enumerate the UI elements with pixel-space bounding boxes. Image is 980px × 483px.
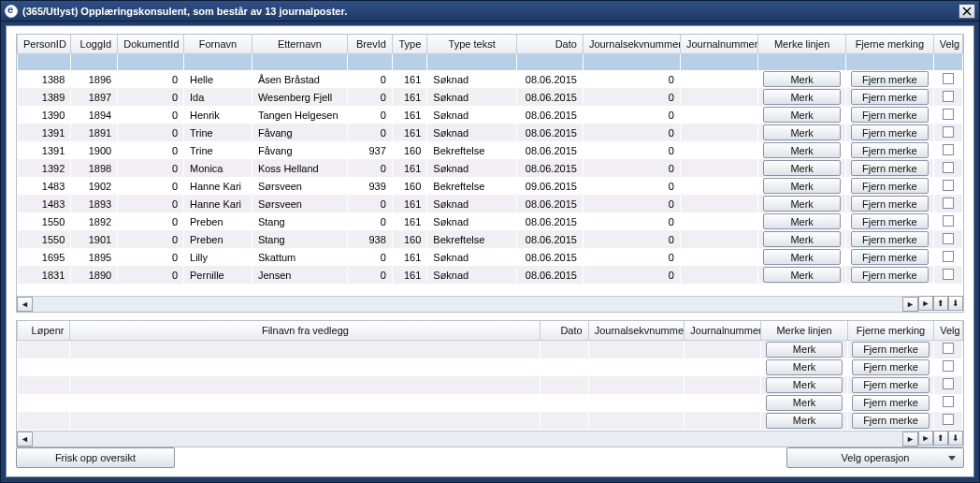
- unmark-button[interactable]: Fjern merke: [851, 249, 929, 265]
- mark-button[interactable]: Merk: [763, 213, 841, 229]
- col2-lopenr[interactable]: Løpenr: [18, 321, 70, 340]
- col-fornavn[interactable]: Fornavn: [184, 35, 252, 53]
- mark-button[interactable]: Merk: [763, 107, 841, 123]
- attachment-grid[interactable]: Løpenr Filnavn fra vedlegg Dato Journals…: [17, 321, 963, 430]
- scroll-right-icon[interactable]: ►: [902, 432, 918, 446]
- table-row[interactable]: 139018940HenrikTangen Helgesen0161Søknad…: [18, 106, 963, 124]
- unmark-button[interactable]: Fjern merke: [851, 231, 929, 247]
- unmark-button[interactable]: Fjern merke: [851, 267, 929, 283]
- table-row[interactable]: 155018920PrebenStang0161Søknad08.06.2015…: [18, 212, 963, 230]
- journal-grid[interactable]: PersonID LoggId DokumentId Fornavn Etter…: [17, 35, 963, 284]
- col-loggid[interactable]: LoggId: [71, 35, 118, 53]
- select-checkbox[interactable]: [943, 126, 954, 138]
- unmark-button[interactable]: Fjern merke: [852, 359, 929, 375]
- unmark-button[interactable]: Fjern merke: [851, 71, 929, 87]
- mark-button[interactable]: Merk: [766, 377, 843, 393]
- col-brevid[interactable]: BrevId: [347, 35, 392, 53]
- mark-button[interactable]: Merk: [766, 413, 843, 429]
- table-row[interactable]: 148319020Hanne KariSørsveen939160Bekreft…: [18, 177, 963, 195]
- scroll-left-icon[interactable]: ◄: [17, 297, 33, 312]
- col-dokumentid[interactable]: DokumentId: [118, 35, 184, 53]
- select-checkbox[interactable]: [943, 144, 954, 155]
- table-row[interactable]: 138818960HelleÅsen Bråstad0161Søknad08.0…: [18, 70, 963, 88]
- table-row[interactable]: 148318930Hanne KariSørsveen0161Søknad08.…: [18, 195, 963, 212]
- col2-merke[interactable]: Merke linjen: [761, 321, 847, 340]
- scroll-left-icon[interactable]: ◄: [17, 432, 33, 446]
- close-button[interactable]: [958, 4, 975, 19]
- table-row[interactable]: [18, 53, 963, 70]
- col-dato[interactable]: Dato: [517, 35, 584, 53]
- col-etternavn[interactable]: Etternavn: [252, 35, 347, 53]
- table-row[interactable]: 139118910TrineFåvang0161Søknad08.06.2015…: [18, 124, 963, 141]
- select-checkbox[interactable]: [943, 360, 954, 372]
- select-checkbox[interactable]: [943, 162, 954, 173]
- mark-button[interactable]: Merk: [763, 267, 841, 283]
- table-row[interactable]: MerkFjern merke: [18, 412, 963, 430]
- col2-journalsekvnummer[interactable]: Journalsekvnummer: [588, 321, 685, 340]
- grid1-up-icon[interactable]: ⬆: [933, 296, 948, 311]
- table-row[interactable]: 139218980MonicaKoss Helland0161Søknad08.…: [18, 159, 963, 177]
- mark-button[interactable]: Merk: [763, 196, 841, 212]
- col-merke[interactable]: Merke linjen: [758, 35, 846, 53]
- unmark-button[interactable]: Fjern merke: [852, 413, 929, 429]
- select-checkbox[interactable]: [943, 91, 954, 102]
- grid1-hscroll[interactable]: ◄ ►: [17, 296, 918, 312]
- col2-journalnummer[interactable]: Journalnummer: [685, 321, 761, 340]
- col-journalsekvnummer[interactable]: Journalsekvnummer: [583, 35, 680, 53]
- mark-button[interactable]: Merk: [763, 178, 841, 194]
- col-personid[interactable]: PersonID: [18, 35, 71, 53]
- select-checkbox[interactable]: [943, 414, 954, 425]
- mark-button[interactable]: Merk: [766, 359, 843, 375]
- table-row[interactable]: MerkFjern merke: [18, 394, 963, 412]
- operation-button[interactable]: Velg operasjon: [786, 447, 964, 468]
- unmark-button[interactable]: Fjern merke: [851, 213, 929, 229]
- table-row[interactable]: MerkFjern merke: [18, 359, 963, 376]
- col-velg[interactable]: Velg: [933, 35, 962, 53]
- select-checkbox[interactable]: [943, 396, 954, 407]
- select-checkbox[interactable]: [943, 343, 954, 354]
- unmark-button[interactable]: Fjern merke: [851, 160, 929, 176]
- mark-button[interactable]: Merk: [763, 89, 841, 105]
- col2-velg[interactable]: Velg: [934, 321, 963, 340]
- select-checkbox[interactable]: [943, 215, 954, 227]
- select-checkbox[interactable]: [943, 233, 954, 244]
- col-type[interactable]: Type: [392, 35, 426, 53]
- unmark-button[interactable]: Fjern merke: [851, 142, 929, 158]
- grid2-down-icon[interactable]: ⬇: [948, 431, 963, 446]
- grid2-up-icon[interactable]: ⬆: [933, 431, 948, 446]
- select-checkbox[interactable]: [943, 73, 954, 84]
- mark-button[interactable]: Merk: [763, 71, 841, 87]
- unmark-button[interactable]: Fjern merke: [852, 377, 929, 393]
- table-row[interactable]: 155019010PrebenStang938160Bekreftelse08.…: [18, 230, 963, 248]
- table-row[interactable]: 139119000TrineFåvang937160Bekreftelse08.…: [18, 141, 963, 159]
- grid1-extra-right-icon[interactable]: ►: [918, 296, 933, 311]
- select-checkbox[interactable]: [943, 198, 954, 209]
- select-checkbox[interactable]: [943, 180, 954, 191]
- grid1-down-icon[interactable]: ⬇: [948, 296, 963, 311]
- scroll-right-icon[interactable]: ►: [902, 297, 918, 312]
- grid2-hscroll[interactable]: ◄ ►: [17, 431, 918, 446]
- col2-fjerne[interactable]: Fjerne merking: [847, 321, 933, 340]
- col-fjerne[interactable]: Fjerne merking: [845, 35, 933, 53]
- mark-button[interactable]: Merk: [763, 142, 841, 158]
- mark-button[interactable]: Merk: [763, 249, 841, 265]
- table-row[interactable]: MerkFjern merke: [18, 376, 963, 394]
- col2-dato[interactable]: Dato: [540, 321, 588, 340]
- grid2-extra-right-icon[interactable]: ►: [918, 431, 933, 446]
- unmark-button[interactable]: Fjern merke: [852, 395, 929, 411]
- col-typetekst[interactable]: Type tekst: [427, 35, 517, 53]
- mark-button[interactable]: Merk: [766, 342, 843, 358]
- table-row[interactable]: 138918970IdaWesenberg Fjell0161Søknad08.…: [18, 88, 963, 106]
- select-checkbox[interactable]: [943, 269, 954, 280]
- unmark-button[interactable]: Fjern merke: [851, 107, 929, 123]
- unmark-button[interactable]: Fjern merke: [851, 124, 929, 140]
- unmark-button[interactable]: Fjern merke: [851, 89, 929, 105]
- table-row[interactable]: 169518950LillySkattum0161Søknad08.06.201…: [18, 248, 963, 266]
- unmark-button[interactable]: Fjern merke: [851, 178, 929, 194]
- mark-button[interactable]: Merk: [763, 124, 841, 140]
- unmark-button[interactable]: Fjern merke: [851, 196, 929, 212]
- select-checkbox[interactable]: [943, 378, 954, 389]
- table-row[interactable]: 183118900PernilleJensen0161Søknad08.06.2…: [18, 266, 963, 284]
- table-row[interactable]: MerkFjern merke: [18, 340, 963, 359]
- mark-button[interactable]: Merk: [763, 160, 841, 176]
